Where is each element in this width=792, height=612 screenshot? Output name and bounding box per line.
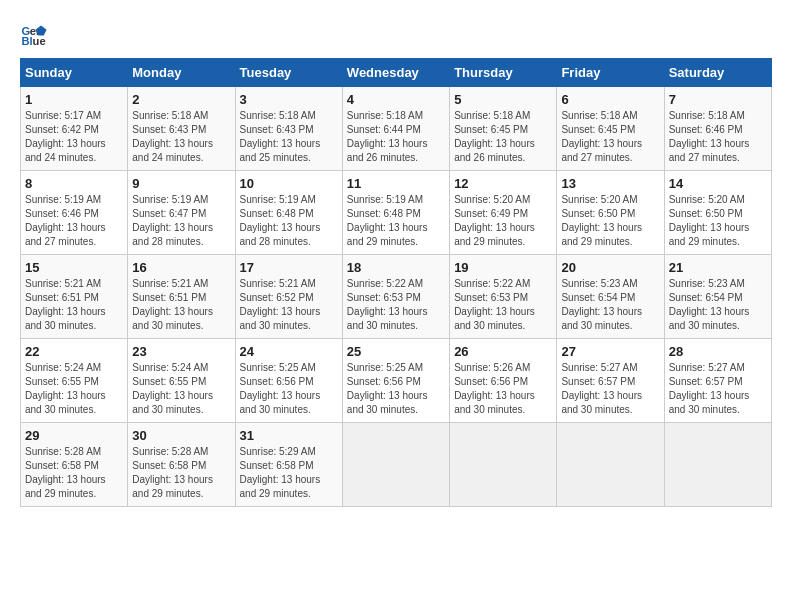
calendar-cell: 12 Sunrise: 5:20 AM Sunset: 6:49 PM Dayl… [450, 171, 557, 255]
day-number: 26 [454, 344, 552, 359]
logo-icon: G en Bl ue [20, 20, 48, 48]
day-info: Sunrise: 5:23 AM Sunset: 6:54 PM Dayligh… [561, 277, 659, 333]
calendar-week-4: 22 Sunrise: 5:24 AM Sunset: 6:55 PM Dayl… [21, 339, 772, 423]
day-number: 1 [25, 92, 123, 107]
day-info: Sunrise: 5:21 AM Sunset: 6:52 PM Dayligh… [240, 277, 338, 333]
calendar-week-1: 1 Sunrise: 5:17 AM Sunset: 6:42 PM Dayli… [21, 87, 772, 171]
day-info: Sunrise: 5:27 AM Sunset: 6:57 PM Dayligh… [669, 361, 767, 417]
calendar-cell: 30 Sunrise: 5:28 AM Sunset: 6:58 PM Dayl… [128, 423, 235, 507]
day-info: Sunrise: 5:18 AM Sunset: 6:45 PM Dayligh… [454, 109, 552, 165]
day-info: Sunrise: 5:26 AM Sunset: 6:56 PM Dayligh… [454, 361, 552, 417]
calendar-cell: 9 Sunrise: 5:19 AM Sunset: 6:47 PM Dayli… [128, 171, 235, 255]
day-number: 15 [25, 260, 123, 275]
calendar-cell: 27 Sunrise: 5:27 AM Sunset: 6:57 PM Dayl… [557, 339, 664, 423]
calendar-cell: 22 Sunrise: 5:24 AM Sunset: 6:55 PM Dayl… [21, 339, 128, 423]
col-header-sunday: Sunday [21, 59, 128, 87]
calendar-cell: 15 Sunrise: 5:21 AM Sunset: 6:51 PM Dayl… [21, 255, 128, 339]
col-header-saturday: Saturday [664, 59, 771, 87]
calendar-cell: 18 Sunrise: 5:22 AM Sunset: 6:53 PM Dayl… [342, 255, 449, 339]
header-row: SundayMondayTuesdayWednesdayThursdayFrid… [21, 59, 772, 87]
calendar-cell: 14 Sunrise: 5:20 AM Sunset: 6:50 PM Dayl… [664, 171, 771, 255]
day-number: 13 [561, 176, 659, 191]
day-number: 27 [561, 344, 659, 359]
day-number: 21 [669, 260, 767, 275]
calendar-cell [664, 423, 771, 507]
calendar-cell [557, 423, 664, 507]
day-info: Sunrise: 5:29 AM Sunset: 6:58 PM Dayligh… [240, 445, 338, 501]
calendar-cell: 16 Sunrise: 5:21 AM Sunset: 6:51 PM Dayl… [128, 255, 235, 339]
day-number: 30 [132, 428, 230, 443]
logo: G en Bl ue [20, 20, 52, 48]
calendar-cell: 24 Sunrise: 5:25 AM Sunset: 6:56 PM Dayl… [235, 339, 342, 423]
calendar-cell: 8 Sunrise: 5:19 AM Sunset: 6:46 PM Dayli… [21, 171, 128, 255]
page-header: G en Bl ue [20, 20, 772, 48]
day-info: Sunrise: 5:28 AM Sunset: 6:58 PM Dayligh… [25, 445, 123, 501]
day-number: 18 [347, 260, 445, 275]
day-number: 12 [454, 176, 552, 191]
calendar-cell: 13 Sunrise: 5:20 AM Sunset: 6:50 PM Dayl… [557, 171, 664, 255]
day-info: Sunrise: 5:19 AM Sunset: 6:48 PM Dayligh… [240, 193, 338, 249]
svg-text:Bl: Bl [21, 35, 32, 47]
calendar-cell [342, 423, 449, 507]
calendar-cell: 21 Sunrise: 5:23 AM Sunset: 6:54 PM Dayl… [664, 255, 771, 339]
calendar-cell: 3 Sunrise: 5:18 AM Sunset: 6:43 PM Dayli… [235, 87, 342, 171]
day-info: Sunrise: 5:18 AM Sunset: 6:46 PM Dayligh… [669, 109, 767, 165]
calendar-cell: 4 Sunrise: 5:18 AM Sunset: 6:44 PM Dayli… [342, 87, 449, 171]
calendar-cell: 1 Sunrise: 5:17 AM Sunset: 6:42 PM Dayli… [21, 87, 128, 171]
calendar-cell: 11 Sunrise: 5:19 AM Sunset: 6:48 PM Dayl… [342, 171, 449, 255]
day-number: 9 [132, 176, 230, 191]
day-info: Sunrise: 5:28 AM Sunset: 6:58 PM Dayligh… [132, 445, 230, 501]
col-header-thursday: Thursday [450, 59, 557, 87]
day-info: Sunrise: 5:22 AM Sunset: 6:53 PM Dayligh… [454, 277, 552, 333]
col-header-wednesday: Wednesday [342, 59, 449, 87]
calendar-cell: 29 Sunrise: 5:28 AM Sunset: 6:58 PM Dayl… [21, 423, 128, 507]
calendar-cell: 6 Sunrise: 5:18 AM Sunset: 6:45 PM Dayli… [557, 87, 664, 171]
col-header-monday: Monday [128, 59, 235, 87]
day-info: Sunrise: 5:20 AM Sunset: 6:49 PM Dayligh… [454, 193, 552, 249]
calendar-cell: 28 Sunrise: 5:27 AM Sunset: 6:57 PM Dayl… [664, 339, 771, 423]
day-number: 28 [669, 344, 767, 359]
day-number: 25 [347, 344, 445, 359]
day-number: 5 [454, 92, 552, 107]
day-number: 16 [132, 260, 230, 275]
day-info: Sunrise: 5:19 AM Sunset: 6:48 PM Dayligh… [347, 193, 445, 249]
calendar-table: SundayMondayTuesdayWednesdayThursdayFrid… [20, 58, 772, 507]
day-number: 3 [240, 92, 338, 107]
day-info: Sunrise: 5:19 AM Sunset: 6:46 PM Dayligh… [25, 193, 123, 249]
day-info: Sunrise: 5:24 AM Sunset: 6:55 PM Dayligh… [132, 361, 230, 417]
calendar-week-2: 8 Sunrise: 5:19 AM Sunset: 6:46 PM Dayli… [21, 171, 772, 255]
day-info: Sunrise: 5:23 AM Sunset: 6:54 PM Dayligh… [669, 277, 767, 333]
day-info: Sunrise: 5:18 AM Sunset: 6:44 PM Dayligh… [347, 109, 445, 165]
day-number: 19 [454, 260, 552, 275]
day-info: Sunrise: 5:21 AM Sunset: 6:51 PM Dayligh… [132, 277, 230, 333]
calendar-cell: 20 Sunrise: 5:23 AM Sunset: 6:54 PM Dayl… [557, 255, 664, 339]
day-info: Sunrise: 5:20 AM Sunset: 6:50 PM Dayligh… [669, 193, 767, 249]
day-number: 17 [240, 260, 338, 275]
day-info: Sunrise: 5:17 AM Sunset: 6:42 PM Dayligh… [25, 109, 123, 165]
svg-text:ue: ue [33, 35, 46, 47]
calendar-cell: 5 Sunrise: 5:18 AM Sunset: 6:45 PM Dayli… [450, 87, 557, 171]
day-number: 23 [132, 344, 230, 359]
calendar-cell: 7 Sunrise: 5:18 AM Sunset: 6:46 PM Dayli… [664, 87, 771, 171]
day-number: 2 [132, 92, 230, 107]
day-info: Sunrise: 5:18 AM Sunset: 6:45 PM Dayligh… [561, 109, 659, 165]
day-number: 7 [669, 92, 767, 107]
day-number: 4 [347, 92, 445, 107]
day-info: Sunrise: 5:19 AM Sunset: 6:47 PM Dayligh… [132, 193, 230, 249]
calendar-cell [450, 423, 557, 507]
day-number: 10 [240, 176, 338, 191]
day-info: Sunrise: 5:25 AM Sunset: 6:56 PM Dayligh… [347, 361, 445, 417]
calendar-cell: 10 Sunrise: 5:19 AM Sunset: 6:48 PM Dayl… [235, 171, 342, 255]
day-number: 6 [561, 92, 659, 107]
calendar-week-5: 29 Sunrise: 5:28 AM Sunset: 6:58 PM Dayl… [21, 423, 772, 507]
col-header-tuesday: Tuesday [235, 59, 342, 87]
day-info: Sunrise: 5:20 AM Sunset: 6:50 PM Dayligh… [561, 193, 659, 249]
day-number: 29 [25, 428, 123, 443]
day-number: 11 [347, 176, 445, 191]
calendar-cell: 23 Sunrise: 5:24 AM Sunset: 6:55 PM Dayl… [128, 339, 235, 423]
day-number: 22 [25, 344, 123, 359]
day-number: 20 [561, 260, 659, 275]
calendar-cell: 19 Sunrise: 5:22 AM Sunset: 6:53 PM Dayl… [450, 255, 557, 339]
day-info: Sunrise: 5:27 AM Sunset: 6:57 PM Dayligh… [561, 361, 659, 417]
day-info: Sunrise: 5:21 AM Sunset: 6:51 PM Dayligh… [25, 277, 123, 333]
